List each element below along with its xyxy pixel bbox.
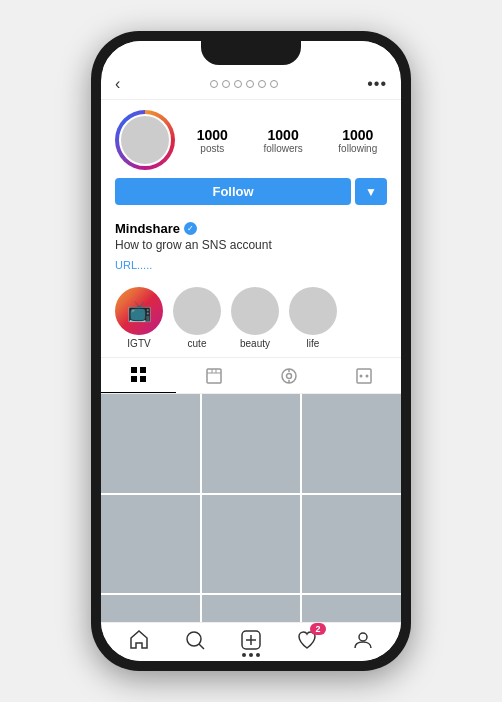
grid-cell-2[interactable] — [202, 394, 301, 493]
nav-home[interactable] — [128, 629, 150, 651]
avatar-wrapper — [115, 110, 175, 170]
grid-cell-8[interactable] — [202, 595, 301, 622]
grid-cell-3[interactable] — [302, 394, 401, 493]
svg-rect-2 — [131, 376, 137, 382]
nav-add[interactable] — [240, 629, 262, 651]
more-button[interactable]: ••• — [367, 75, 387, 93]
tab-tagged[interactable] — [251, 358, 326, 393]
stats-row: 1000 posts 1000 followers 1000 following — [187, 127, 387, 154]
dot-1 — [210, 80, 218, 88]
avatar-ring — [115, 110, 175, 170]
back-button[interactable]: ‹ — [115, 75, 120, 93]
profile-url[interactable]: URL..... — [115, 259, 152, 271]
dot-b — [249, 653, 253, 657]
nav-search[interactable] — [184, 629, 206, 651]
follow-row: Follow ▼ — [115, 178, 387, 205]
svg-point-15 — [187, 632, 201, 646]
highlight-cute[interactable]: cute — [173, 287, 221, 349]
posts-count: 1000 — [197, 127, 228, 143]
stat-followers: 1000 followers — [263, 127, 302, 154]
highlight-beauty[interactable]: beauty — [231, 287, 279, 349]
highlight-label-beauty: beauty — [240, 338, 270, 349]
highlight-label-life: life — [307, 338, 320, 349]
notch — [201, 41, 301, 65]
phone-frame: ‹ ••• — [91, 31, 411, 671]
username-dots — [210, 80, 278, 88]
content-tab-bar — [101, 357, 401, 394]
svg-rect-12 — [357, 369, 371, 383]
highlight-circle-cute — [173, 287, 221, 335]
highlight-circle-igtv: 📺 — [115, 287, 163, 335]
tab-reels[interactable] — [176, 358, 251, 393]
username-text: Mindshare — [115, 221, 180, 236]
stat-posts: 1000 posts — [197, 127, 228, 154]
follow-button[interactable]: Follow — [115, 178, 351, 205]
highlight-circle-beauty — [231, 287, 279, 335]
svg-rect-4 — [207, 369, 221, 383]
posts-label: posts — [200, 143, 224, 154]
top-navigation: ‹ ••• — [101, 69, 401, 100]
highlight-life[interactable]: life — [289, 287, 337, 349]
grid-cell-5[interactable] — [202, 495, 301, 594]
instagram-app: ‹ ••• — [101, 69, 401, 661]
svg-line-16 — [199, 644, 204, 649]
grid-cell-9[interactable] — [302, 595, 401, 622]
nav-profile[interactable] — [352, 629, 374, 651]
photo-grid — [101, 394, 401, 622]
svg-rect-0 — [131, 367, 137, 373]
dot-4 — [246, 80, 254, 88]
dot-2 — [222, 80, 230, 88]
verified-icon: ✓ — [184, 222, 197, 235]
highlight-igtv[interactable]: 📺 IGTV — [115, 287, 163, 349]
grid-cell-4[interactable] — [101, 495, 200, 594]
dot-6 — [270, 80, 278, 88]
svg-rect-1 — [140, 367, 146, 373]
grid-cell-7[interactable] — [101, 595, 200, 622]
profile-top: 1000 posts 1000 followers 1000 following — [115, 110, 387, 170]
svg-point-13 — [359, 374, 362, 377]
heart-notification-badge: 2 — [310, 623, 326, 635]
stat-following: 1000 following — [338, 127, 377, 154]
three-dots-indicator — [242, 653, 260, 657]
highlights-row: 📺 IGTV cute beauty life — [101, 279, 401, 357]
svg-point-20 — [359, 633, 367, 641]
grid-cell-1[interactable] — [101, 394, 200, 493]
tab-grid[interactable] — [101, 358, 176, 393]
highlight-circle-life — [289, 287, 337, 335]
highlight-label-igtv: IGTV — [127, 338, 150, 349]
follow-dropdown-button[interactable]: ▼ — [355, 178, 387, 205]
dot-5 — [258, 80, 266, 88]
phone-screen: ‹ ••• — [101, 41, 401, 661]
username-row: Mindshare ✓ — [115, 221, 387, 236]
following-count: 1000 — [342, 127, 373, 143]
following-label: following — [338, 143, 377, 154]
tab-shopping[interactable] — [326, 358, 401, 393]
bio-section: Mindshare ✓ How to grow an SNS account U… — [101, 221, 401, 279]
nav-heart[interactable]: 2 — [296, 629, 318, 651]
svg-rect-3 — [140, 376, 146, 382]
igtv-icon: 📺 — [127, 299, 152, 323]
followers-label: followers — [263, 143, 302, 154]
dot-a — [242, 653, 246, 657]
svg-point-14 — [365, 374, 368, 377]
bio-text: How to grow an SNS account — [115, 238, 387, 252]
bottom-navigation: 2 — [101, 622, 401, 661]
dot-c — [256, 653, 260, 657]
grid-cell-6[interactable] — [302, 495, 401, 594]
svg-point-9 — [286, 373, 291, 378]
highlight-label-cute: cute — [188, 338, 207, 349]
avatar — [119, 114, 171, 166]
dot-3 — [234, 80, 242, 88]
followers-count: 1000 — [268, 127, 299, 143]
profile-section: 1000 posts 1000 followers 1000 following — [101, 100, 401, 221]
